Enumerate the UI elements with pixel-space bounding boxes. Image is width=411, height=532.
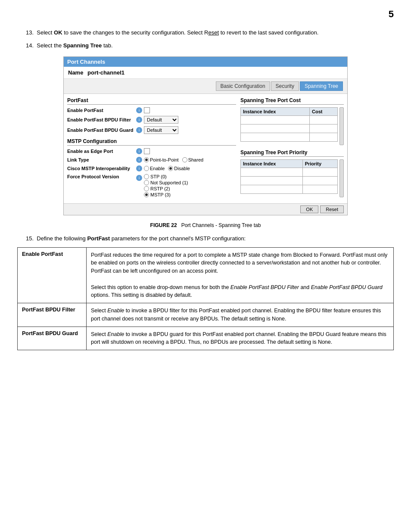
- stp-priority-table: Instance Index Priority: [240, 159, 338, 194]
- link-type-shared-label: Shared: [188, 157, 203, 162]
- bpdu-guard-label: Enable PortFast BPDU Guard: [67, 128, 136, 133]
- bottom-buttons: OK Reset: [64, 203, 347, 215]
- portfast-section-title: PortFast: [67, 97, 236, 105]
- enable-portfast-checkbox[interactable]: [144, 107, 150, 113]
- figure-number: FIGURE 22: [150, 222, 177, 228]
- stp-cost-cell3: [241, 124, 310, 133]
- def-desc-bpdu-guard: Select Enable to invoke a BPDU guard for…: [87, 327, 394, 350]
- bpdu-filter-select[interactable]: Default: [144, 116, 178, 124]
- interoperability-row: Cisco MSTP Interoperability i Enable Dis…: [67, 165, 236, 171]
- protocol-stp-label: STP (0): [150, 174, 167, 179]
- bpdu-guard-row: Enable PortFast BPDU Guard i Default: [67, 126, 236, 134]
- protocol-not-supported[interactable]: Not Supported (1): [144, 180, 188, 185]
- mstp-section-title: MSTP Configuration: [67, 138, 236, 146]
- ok-inline: OK: [54, 29, 62, 36]
- protocol-ns-label: Not Supported (1): [150, 180, 188, 185]
- stp-priority-scrollbar[interactable]: [339, 159, 344, 197]
- protocol-mstp[interactable]: MSTP (3): [144, 192, 188, 197]
- reset-button[interactable]: Reset: [320, 205, 344, 213]
- stp-cost-col1: Instance Index: [241, 108, 310, 116]
- interop-enable-label: Enable: [150, 166, 165, 171]
- stp-cost-cell6: [310, 133, 338, 142]
- stp-priority-row3: [241, 185, 338, 194]
- force-protocol-info-icon[interactable]: i: [136, 175, 142, 181]
- tabs-row: Basic Configuration Security Spanning Tr…: [64, 79, 347, 94]
- def-desc-enable-portfast: PortFast reduces the time required for a…: [87, 247, 394, 303]
- protocol-ns-radio[interactable]: [144, 180, 149, 185]
- interoperability-radio-group: Enable Disable: [144, 166, 190, 171]
- def-term-bpdu-guard: PortFast BPDU Guard: [18, 327, 87, 350]
- interop-disable-radio[interactable]: [168, 166, 173, 171]
- edge-port-info-icon[interactable]: i: [136, 148, 142, 154]
- interoperability-info-icon[interactable]: i: [136, 165, 142, 171]
- stp-cost-row1: [241, 116, 338, 124]
- stp-priority-col1: Instance Index: [241, 160, 303, 168]
- stp-cost-cell5: [241, 133, 310, 142]
- protocol-mstp-label: MSTP (3): [150, 192, 171, 197]
- link-type-shared[interactable]: Shared: [182, 157, 203, 162]
- stp-priority-cell3: [241, 177, 303, 185]
- protocol-options: STP (0) Not Supported (1) RSTP (2): [144, 174, 188, 197]
- stp-priority-table-inner: Instance Index Priority: [240, 159, 338, 197]
- interop-disable[interactable]: Disable: [168, 166, 190, 171]
- stp-priority-col2: Priority: [302, 160, 337, 168]
- def-term-enable-portfast: Enable PortFast: [18, 247, 87, 303]
- page-number: 5: [17, 9, 394, 20]
- protocol-rstp-label: RSTP (2): [150, 186, 170, 191]
- step-15: 15. Define the following PortFast parame…: [26, 234, 394, 243]
- name-row: Name port-channel1: [64, 67, 347, 79]
- bpdu-filter-info-icon[interactable]: i: [136, 117, 142, 123]
- stp-priority-cell1: [241, 168, 303, 177]
- figure-caption: FIGURE 22 Port Channels - Spanning Tree …: [17, 222, 394, 228]
- edge-port-row: Enable as Edge Port i: [67, 148, 236, 154]
- mstp-section: MSTP Configuration Enable as Edge Port i…: [67, 138, 236, 197]
- link-type-ptp-radio[interactable]: [144, 157, 149, 162]
- bpdu-guard-select[interactable]: Default: [144, 126, 178, 134]
- interop-enable[interactable]: Enable: [144, 166, 165, 171]
- bpdu-guard-info-icon[interactable]: i: [136, 127, 142, 133]
- stp-cost-row3: [241, 133, 338, 142]
- edge-port-label: Enable as Edge Port: [67, 149, 136, 154]
- stp-cost-cell2: [310, 116, 338, 124]
- tab-basic-configuration[interactable]: Basic Configuration: [216, 81, 270, 91]
- enable-portfast-info-icon[interactable]: i: [136, 107, 142, 113]
- def-term-bpdu-filter: PortFast BPDU Filter: [18, 303, 87, 327]
- def-row-bpdu-filter: PortFast BPDU Filter Select Enable to in…: [18, 303, 394, 327]
- step-13: 13. Select OK to save the changes to the…: [26, 28, 394, 37]
- protocol-rstp[interactable]: RSTP (2): [144, 186, 188, 191]
- stp-cost-row2: [241, 124, 338, 133]
- ok-button[interactable]: OK: [300, 205, 318, 213]
- stp-priority-cell6: [302, 185, 337, 194]
- stp-cost-cell4: [310, 124, 338, 133]
- port-channels-header: Port Channels: [64, 57, 347, 67]
- protocol-stp[interactable]: STP (0): [144, 174, 188, 179]
- stp-priority-table-wrap: Instance Index Priority: [240, 159, 344, 197]
- stp-cost-table-wrap: Instance Index Cost: [240, 107, 344, 145]
- force-protocol-label: Force Protocol Version: [67, 174, 136, 179]
- interop-enable-radio[interactable]: [144, 166, 149, 171]
- reset-inline: eset: [208, 29, 219, 36]
- link-type-shared-radio[interactable]: [182, 157, 187, 162]
- bpdu-filter-row: Enable PortFast BPDU Filter i Default: [67, 116, 236, 124]
- stp-priority-title: Spanning Tree Port Priority: [240, 149, 344, 157]
- stp-cost-scrollbar[interactable]: [339, 107, 344, 145]
- name-value: port-channel1: [87, 69, 125, 76]
- protocol-mstp-radio[interactable]: [144, 192, 149, 197]
- edge-port-checkbox[interactable]: [144, 148, 150, 154]
- link-type-ptp[interactable]: Point-to-Point: [144, 157, 179, 162]
- tab-security[interactable]: Security: [271, 81, 299, 91]
- interoperability-label: Cisco MSTP Interoperability: [67, 166, 136, 171]
- stp-priority-cell5: [241, 185, 303, 194]
- protocol-stp-radio[interactable]: [144, 174, 149, 179]
- def-row-enable-portfast: Enable PortFast PortFast reduces the tim…: [18, 247, 394, 303]
- link-type-row: Link Type i Point-to-Point Shared: [67, 157, 236, 163]
- definition-table: Enable PortFast PortFast reduces the tim…: [17, 247, 394, 351]
- link-type-info-icon[interactable]: i: [136, 157, 142, 163]
- stp-priority-cell4: [302, 177, 337, 185]
- stp-cost-col2: Cost: [310, 108, 338, 116]
- content-area: PortFast Enable PortFast i Enable PortFa…: [64, 94, 347, 203]
- def-row-bpdu-guard: PortFast BPDU Guard Select Enable to inv…: [18, 327, 394, 350]
- interop-disable-label: Disable: [174, 166, 190, 171]
- tab-spanning-tree[interactable]: Spanning Tree: [300, 81, 343, 91]
- protocol-rstp-radio[interactable]: [144, 186, 149, 191]
